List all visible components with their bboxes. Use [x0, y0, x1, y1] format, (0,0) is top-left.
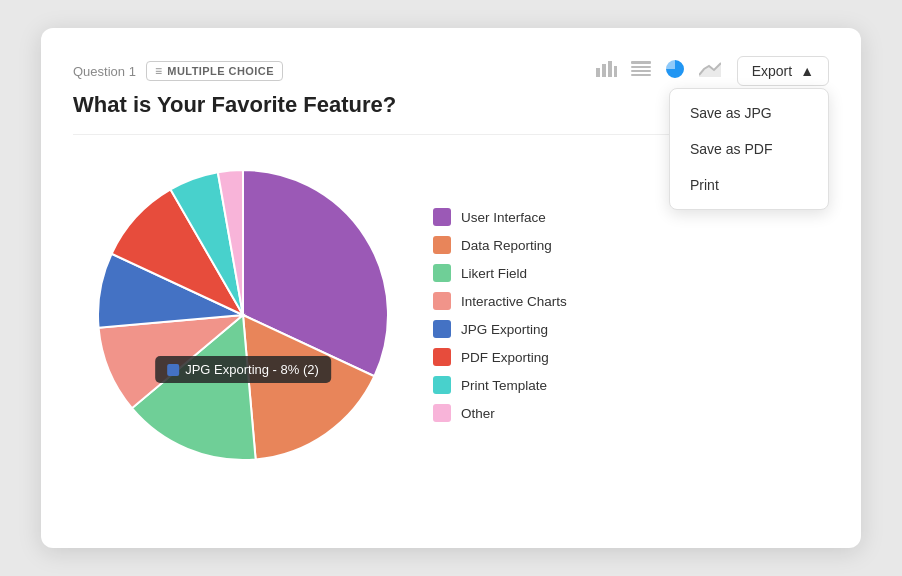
toolbar-right: Export ▲ Save as JPG Save as PDF Print	[595, 56, 829, 86]
legend-item: JPG Exporting	[433, 320, 613, 338]
pie-chart-icon[interactable]	[665, 59, 685, 84]
export-container: Export ▲ Save as JPG Save as PDF Print	[737, 56, 829, 86]
legend-label: User Interface	[461, 210, 546, 225]
save-pdf-item[interactable]: Save as PDF	[670, 131, 828, 167]
legend-item: PDF Exporting	[433, 348, 613, 366]
save-jpg-item[interactable]: Save as JPG	[670, 95, 828, 131]
legend-label: Data Reporting	[461, 238, 552, 253]
legend-swatch	[433, 208, 451, 226]
legend-item: User Interface	[433, 208, 613, 226]
legend-swatch	[433, 264, 451, 282]
legend-item: Other	[433, 404, 613, 422]
legend-label: Other	[461, 406, 495, 421]
svg-rect-3	[614, 66, 617, 77]
list-icon: ≡	[155, 64, 162, 78]
export-label: Export	[752, 63, 792, 79]
legend-label: JPG Exporting	[461, 322, 548, 337]
legend-label: Likert Field	[461, 266, 527, 281]
print-item[interactable]: Print	[670, 167, 828, 203]
legend-item: Interactive Charts	[433, 292, 613, 310]
bar-chart-icon[interactable]	[595, 60, 617, 83]
pie-chart: JPG Exporting - 8% (2)	[83, 155, 403, 475]
legend-swatch	[433, 376, 451, 394]
svg-rect-4	[631, 61, 651, 64]
svg-rect-0	[596, 68, 600, 77]
legend-label: Print Template	[461, 378, 547, 393]
legend-label: Interactive Charts	[461, 294, 567, 309]
svg-rect-6	[631, 70, 651, 72]
table-icon[interactable]	[631, 61, 651, 82]
multiple-choice-badge: ≡ MULTIPLE CHOICE	[146, 61, 283, 81]
question-meta: Question 1 ≡ MULTIPLE CHOICE	[73, 61, 283, 81]
legend-swatch	[433, 404, 451, 422]
legend-item: Data Reporting	[433, 236, 613, 254]
svg-rect-7	[631, 74, 651, 76]
badge-text: MULTIPLE CHOICE	[167, 65, 274, 77]
legend: User InterfaceData ReportingLikert Field…	[433, 208, 613, 422]
svg-rect-1	[602, 64, 606, 77]
chart-type-icons	[595, 59, 721, 84]
legend-item: Likert Field	[433, 264, 613, 282]
legend-swatch	[433, 292, 451, 310]
legend-label: PDF Exporting	[461, 350, 549, 365]
legend-swatch	[433, 236, 451, 254]
legend-item: Print Template	[433, 376, 613, 394]
svg-rect-5	[631, 66, 651, 68]
top-bar: Question 1 ≡ MULTIPLE CHOICE	[73, 56, 829, 86]
question-label: Question 1	[73, 64, 136, 79]
export-dropdown: Save as JPG Save as PDF Print	[669, 88, 829, 210]
area-chart-icon[interactable]	[699, 61, 721, 82]
svg-rect-2	[608, 61, 612, 77]
legend-swatch	[433, 320, 451, 338]
export-button[interactable]: Export ▲	[737, 56, 829, 86]
export-chevron-icon: ▲	[800, 63, 814, 79]
legend-swatch	[433, 348, 451, 366]
main-card: Question 1 ≡ MULTIPLE CHOICE	[41, 28, 861, 548]
